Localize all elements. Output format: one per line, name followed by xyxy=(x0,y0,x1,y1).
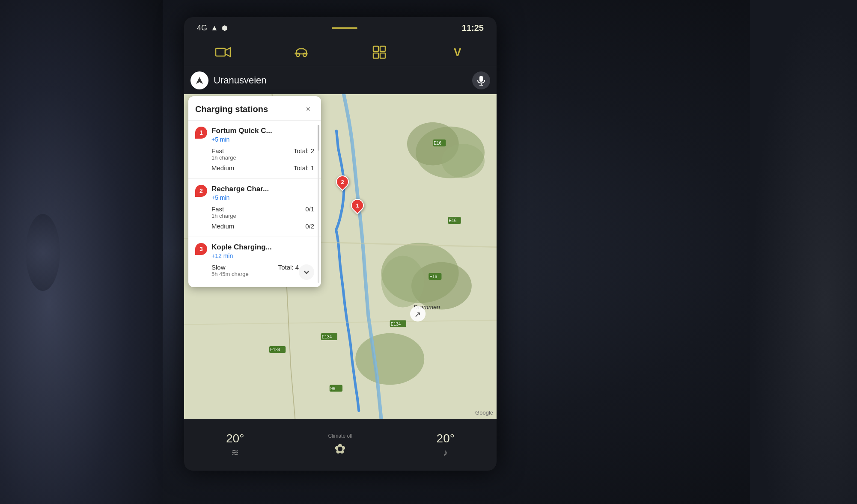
climate-left-temp: 20° xyxy=(226,432,244,445)
svg-point-15 xyxy=(381,256,425,308)
scrollbar-track[interactable] xyxy=(318,125,319,283)
nav-bar: V xyxy=(184,39,497,66)
signal-bars-icon: ▲ xyxy=(211,24,218,33)
detail-charge-fast-2: 1h charge xyxy=(211,213,314,219)
detail-row-fast-1: Fast Total: 2 xyxy=(211,147,314,154)
station-info-1: Fortum Quick C... +5 min xyxy=(211,127,314,143)
station-number-1: 1 xyxy=(195,127,207,139)
panel-close-button[interactable]: × xyxy=(302,103,314,115)
svg-text:E16: E16 xyxy=(449,218,457,223)
navigation-arrow-btn[interactable] xyxy=(190,71,208,89)
mic-button[interactable] xyxy=(472,71,490,89)
svg-text:E16: E16 xyxy=(429,274,437,279)
status-bar: 4G ▲ ⬢ 11:25 xyxy=(184,17,497,39)
climate-bar: 20° ≋ Climate off ✿ 20° ♪ xyxy=(184,419,497,471)
station-item-2[interactable]: 2 Recharge Char... +5 min Fast 0/1 1h ch… xyxy=(188,179,321,237)
panel-body[interactable]: 1 Fortum Quick C... +5 min Fast Total: 2… xyxy=(188,121,321,287)
screen-indicator xyxy=(332,27,357,29)
expand-button-3[interactable] xyxy=(299,264,314,280)
detail-row-slow-3: Slow Total: 4 5h 45m charge xyxy=(211,264,314,281)
climate-right[interactable]: 20° ♪ xyxy=(437,432,455,458)
climate-status: Climate off xyxy=(328,433,352,439)
svg-marker-38 xyxy=(196,77,203,84)
station-number-2: 2 xyxy=(195,185,207,197)
panel-header: Charging stations × xyxy=(188,96,321,121)
panel-title: Charging stations xyxy=(195,104,268,114)
climate-left-icon: ≋ xyxy=(231,447,239,458)
climate-right-temp: 20° xyxy=(437,432,455,445)
map-pin-1[interactable]: 1 xyxy=(351,199,364,212)
fan-icon[interactable]: ✿ xyxy=(334,441,346,457)
signal-text: 4G xyxy=(197,24,207,33)
svg-marker-1 xyxy=(225,48,230,56)
svg-text:E134: E134 xyxy=(270,347,280,352)
nav-address: Uranusveien xyxy=(214,75,467,86)
vent-right xyxy=(810,214,836,274)
svg-point-12 xyxy=(441,144,485,178)
detail-row-fast-2: Fast 0/1 xyxy=(211,205,314,213)
svg-rect-0 xyxy=(216,48,225,56)
station-name-3: Kople Charging... xyxy=(211,243,314,252)
svg-text:96: 96 xyxy=(330,386,336,391)
station-details-2: Fast 0/1 1h charge Medium 0/2 xyxy=(195,205,314,230)
station-number-3: 3 xyxy=(195,243,207,255)
camera-nav-icon[interactable] xyxy=(212,44,234,61)
svg-text:E16: E16 xyxy=(434,141,441,145)
detail-count-medium-2: 0/2 xyxy=(305,222,314,230)
svg-rect-39 xyxy=(479,76,483,82)
station-item-1[interactable]: 1 Fortum Quick C... +5 min Fast Total: 2… xyxy=(188,121,321,179)
detail-count-fast-1: Total: 2 xyxy=(294,147,314,154)
map-pin-2[interactable]: 2 xyxy=(336,175,349,188)
svg-text:E134: E134 xyxy=(322,335,332,339)
svg-rect-5 xyxy=(373,46,378,51)
map-nav-bar: Uranusveien xyxy=(184,66,497,94)
scrollbar-thumb[interactable] xyxy=(318,125,319,151)
station-item-3[interactable]: 3 Kople Charging... +12 min Slow Total: … xyxy=(188,237,321,287)
screen-bezel: 4G ▲ ⬢ 11:25 xyxy=(184,17,497,471)
station-name-1: Fortum Quick C... xyxy=(211,127,314,135)
google-watermark: Google xyxy=(475,409,493,416)
detail-row-medium-1: Medium Total: 1 xyxy=(211,164,314,172)
station-details-1: Fast Total: 2 1h charge Medium Total: 1 xyxy=(195,147,314,172)
navigation-icon: ⬢ xyxy=(222,24,228,32)
detail-row-medium-2: Medium 0/2 xyxy=(211,222,314,230)
svg-rect-7 xyxy=(373,53,378,58)
station-time-1: +5 min xyxy=(211,136,314,143)
station-time-2: +5 min xyxy=(211,194,314,201)
vent-left xyxy=(26,214,60,291)
station-details-3: Slow Total: 4 5h 45m charge xyxy=(195,264,314,281)
svg-rect-8 xyxy=(380,53,385,58)
detail-type-medium-1: Medium xyxy=(211,164,234,172)
climate-left[interactable]: 20° ≋ xyxy=(226,432,244,458)
detail-type-medium-2: Medium xyxy=(211,222,234,230)
detail-type-slow-3: Slow xyxy=(211,264,226,271)
detail-count-fast-2: 0/1 xyxy=(305,205,314,213)
svg-text:↗: ↗ xyxy=(414,310,421,319)
svg-point-16 xyxy=(355,333,424,385)
car-nav-icon[interactable] xyxy=(291,44,312,61)
climate-fan-section: Climate off ✿ xyxy=(328,433,352,457)
detail-type-fast-1: Fast xyxy=(211,147,224,154)
svg-text:E134: E134 xyxy=(391,322,401,326)
detail-count-slow-3: Total: 4 xyxy=(278,264,299,271)
profile-nav-icon[interactable]: V xyxy=(447,44,468,61)
clock: 11:25 xyxy=(462,23,484,33)
station-name-2: Recharge Char... xyxy=(211,185,314,193)
station-info-3: Kople Charging... +12 min xyxy=(211,243,314,259)
detail-count-medium-1: Total: 1 xyxy=(294,164,314,172)
map-area: E16 E16 E16 E16 E134 E134 E134 96 Dramme xyxy=(184,66,497,419)
grid-nav-icon[interactable] xyxy=(369,44,390,61)
station-info-2: Recharge Char... +5 min xyxy=(211,185,314,201)
station-time-3: +12 min xyxy=(211,252,314,259)
charging-panel: Charging stations × 1 Fortum Quick C... … xyxy=(188,96,321,287)
detail-type-fast-2: Fast xyxy=(211,205,224,213)
svg-rect-6 xyxy=(380,46,385,51)
detail-charge-fast-1: 1h charge xyxy=(211,154,314,161)
detail-charge-slow-3: 5h 45m charge xyxy=(211,271,299,277)
climate-right-icon: ♪ xyxy=(443,447,448,458)
status-left: 4G ▲ ⬢ xyxy=(197,24,228,33)
